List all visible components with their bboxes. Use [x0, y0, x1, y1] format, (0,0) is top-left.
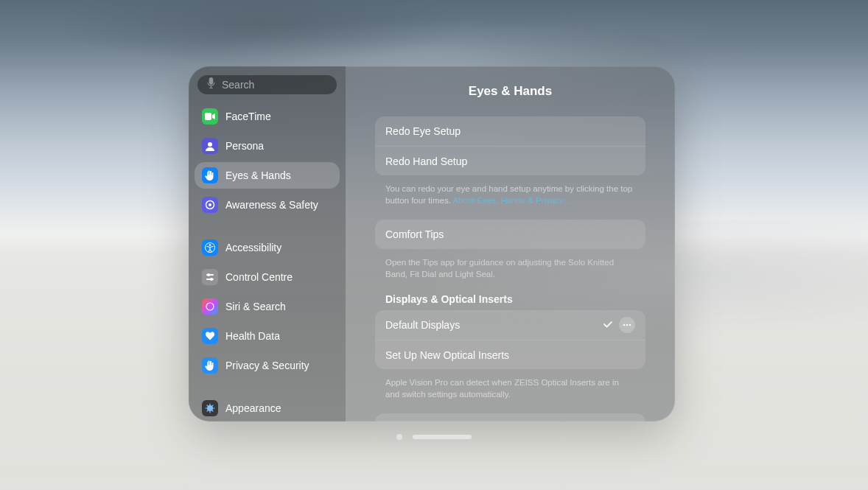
sidebar-item-privacy-security[interactable]: Privacy & Security — [195, 352, 340, 379]
accessibility-icon — [202, 239, 218, 256]
setup-group: Redo Eye Setup Redo Hand Setup — [375, 116, 645, 175]
realign-displays-row[interactable]: Realign Displays — [375, 413, 645, 421]
sidebar-item-label: Siri & Search — [225, 301, 286, 312]
default-displays-row[interactable]: Default Displays — [375, 310, 645, 340]
settings-window: FaceTime Persona Eyes & Hands Awareness … — [189, 66, 675, 421]
svg-point-14 — [629, 324, 631, 326]
svg-point-12 — [623, 324, 626, 326]
sidebar-item-appearance[interactable]: Appearance — [195, 395, 340, 421]
sidebar-nav: FaceTime Persona Eyes & Hands Awareness … — [195, 103, 340, 421]
sidebar-item-label: FaceTime — [225, 111, 271, 122]
displays-note: Apple Vision Pro can detect when ZEISS O… — [375, 374, 645, 400]
appearance-icon — [202, 400, 218, 416]
home-indicator[interactable] — [396, 434, 472, 440]
sidebar-item-eyes-hands[interactable]: Eyes & Hands — [195, 162, 340, 189]
health-icon — [202, 328, 218, 344]
svg-point-13 — [626, 324, 629, 326]
sidebar-item-siri-search[interactable]: Siri & Search — [195, 293, 340, 320]
sidebar-item-control-centre[interactable]: Control Centre — [195, 264, 340, 290]
persona-icon — [202, 138, 218, 154]
awareness-icon — [202, 197, 218, 213]
comfort-group: Comfort Tips — [375, 220, 645, 249]
privacy-icon — [202, 357, 218, 374]
home-dot — [396, 434, 402, 440]
sidebar-item-label: Eyes & Hands — [225, 169, 291, 181]
realign-group: Realign Displays — [375, 413, 645, 421]
svg-point-1 — [208, 142, 212, 147]
comfort-tips-row[interactable]: Comfort Tips — [375, 220, 645, 249]
sidebar-item-awareness[interactable]: Awareness & Safety — [195, 192, 340, 218]
sidebar-item-label: Health Data — [225, 330, 280, 342]
row-label: Comfort Tips — [385, 228, 444, 240]
displays-group: Default Displays Set Up New Optical Inse… — [375, 310, 645, 369]
svg-point-10 — [206, 303, 214, 310]
sidebar-item-facetime[interactable]: FaceTime — [195, 103, 340, 130]
about-eyes-hands-privacy-link[interactable]: About Eyes, Hands & Privacy… — [452, 196, 572, 205]
more-options-button[interactable] — [619, 317, 635, 333]
redo-eye-setup-row[interactable]: Redo Eye Setup — [375, 116, 645, 146]
control-centre-icon — [202, 269, 218, 285]
sidebar-item-label: Privacy & Security — [225, 360, 309, 371]
sidebar-item-label: Accessibility — [225, 242, 281, 253]
sidebar: FaceTime Persona Eyes & Hands Awareness … — [189, 66, 346, 421]
svg-point-8 — [207, 273, 210, 276]
page-title: Eyes & Hands — [375, 84, 645, 99]
svg-point-4 — [206, 243, 215, 253]
redo-hand-setup-row[interactable]: Redo Hand Setup — [375, 146, 645, 175]
svg-rect-0 — [205, 113, 211, 120]
setup-optical-inserts-row[interactable]: Set Up New Optical Inserts — [375, 340, 645, 369]
sidebar-item-label: Control Centre — [225, 271, 293, 283]
sidebar-item-label: Appearance — [225, 402, 281, 414]
row-label: Redo Hand Setup — [385, 155, 467, 167]
checkmark-icon — [603, 319, 613, 332]
comfort-note: Open the Tips app for guidance on adjust… — [375, 253, 645, 280]
sidebar-item-label: Awareness & Safety — [225, 199, 318, 211]
content-pane: Eyes & Hands Redo Eye Setup Redo Hand Se… — [346, 66, 675, 421]
row-label: Redo Eye Setup — [385, 125, 461, 137]
sidebar-item-label: Persona — [225, 140, 264, 152]
microphone-icon — [206, 77, 222, 92]
svg-point-3 — [209, 203, 211, 206]
displays-section-header: Displays & Optical Inserts — [375, 293, 645, 310]
svg-point-5 — [209, 244, 211, 246]
row-label: Set Up New Optical Inserts — [385, 349, 509, 361]
sidebar-item-accessibility[interactable]: Accessibility — [195, 234, 340, 261]
svg-rect-6 — [206, 274, 214, 276]
search-input[interactable] — [222, 79, 346, 91]
svg-point-11 — [207, 405, 213, 411]
facetime-icon — [202, 108, 218, 125]
home-bar — [413, 435, 472, 439]
siri-icon — [202, 298, 218, 315]
row-label: Default Displays — [385, 319, 460, 331]
sidebar-item-health-data[interactable]: Health Data — [195, 323, 340, 349]
search-field[interactable] — [197, 75, 337, 94]
hand-icon — [202, 167, 218, 183]
sidebar-item-persona[interactable]: Persona — [195, 133, 340, 159]
svg-rect-7 — [206, 279, 214, 280]
svg-point-9 — [210, 278, 213, 281]
setup-note: You can redo your eye and hand setup any… — [375, 180, 645, 206]
